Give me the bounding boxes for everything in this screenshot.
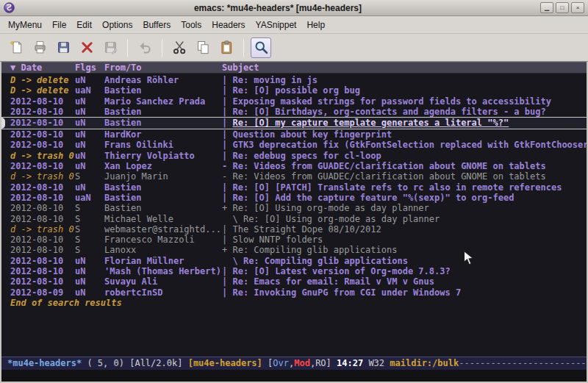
message-row[interactable]: 2012-08-10uNXan Lopez- Re: Videos from G… — [1, 161, 587, 171]
menu-tools[interactable]: Tools — [176, 18, 207, 32]
row-subject: \ Re: [O] Using org-mode as day planner — [222, 214, 587, 224]
row-date: d -> trash 0 — [10, 171, 75, 182]
modeline-segment: ] — [326, 358, 337, 368]
subject-text: Re: [O] Add the capture feature "%(sexp)… — [232, 193, 514, 203]
row-flags: uN — [75, 287, 104, 298]
close-buffer-icon[interactable] — [76, 37, 97, 58]
row-from: Bastien — [104, 203, 222, 213]
message-row[interactable]: d -> trash 0SJuanjo Marin- Re: Videos fr… — [1, 171, 587, 182]
copy-icon[interactable] — [193, 37, 213, 58]
menu-help[interactable]: Help — [301, 18, 330, 32]
message-row[interactable]: 2012-08-10uNBastien| Re: [O] Birthdays, … — [1, 107, 587, 117]
thread-indicator: | — [222, 224, 227, 235]
message-row[interactable]: 2012-08-10SMichael Welle \ Re: [O] Using… — [1, 214, 587, 224]
row-date: 2012-08-10 — [10, 266, 75, 276]
row-date: d -> trash 0 — [10, 151, 75, 161]
row-date: D -> delete — [10, 75, 75, 85]
message-row[interactable]: 2012-08-10uaNBastien| Re: [O] Add the ca… — [1, 193, 587, 203]
message-row[interactable]: 2012-08-09uNrobertcInSD| Re: Invoking Gn… — [1, 287, 587, 298]
column-date[interactable]: ▼ Date — [10, 62, 75, 74]
column-from[interactable]: From/To — [104, 62, 222, 74]
column-subject[interactable]: Subject — [222, 62, 587, 74]
message-row[interactable]: 2012-08-10uNMario Sanchez Prada| Exposin… — [1, 96, 587, 107]
print-icon[interactable] — [29, 37, 50, 58]
message-row[interactable]: D -> deleteuNAndreas Röhler| Re: moving … — [1, 75, 587, 85]
menu-buffers[interactable]: Buffers — [137, 18, 176, 32]
subject-text: Re: Videos from GUADEC/clarification abo… — [232, 171, 545, 182]
row-from: robertcInSD — [104, 287, 222, 298]
row-flags: S — [75, 214, 104, 224]
menu-file[interactable]: File — [47, 18, 71, 32]
emacs-frame: ▼ Date Flgs From/To Subject D -> deleteu… — [0, 62, 588, 383]
message-row[interactable]: 2012-08-10SLanoxx+ Re: Compiling glib ap… — [1, 245, 587, 255]
thread-indicator: | — [222, 276, 227, 287]
emacs-app-icon — [4, 2, 15, 13]
minibuffer-echo-area[interactable] — [1, 370, 587, 382]
message-row[interactable]: 2012-08-10uNHardKor| Question about key … — [1, 129, 587, 140]
subject-text: The Straight Dope 08/10/2012 — [232, 224, 381, 235]
menu-yasnippet[interactable]: YASnippet — [251, 18, 302, 32]
thread-indicator: + — [222, 245, 227, 255]
message-row[interactable]: 2012-08-10uNBastien| Re: [O] my capture … — [1, 117, 587, 129]
mode-line[interactable]: *mu4e-headers* ( 5, 0) [All/2.0k] [mu4e-… — [1, 357, 587, 370]
new-file-icon[interactable] — [6, 37, 26, 58]
message-row[interactable]: 2012-08-10uNBastien| Re: [O] [PATCH] Tra… — [1, 182, 587, 193]
save-icon[interactable] — [53, 37, 74, 58]
thread-indicator: + — [222, 203, 227, 213]
subject-text: Re: Compiling glib applications — [232, 245, 397, 255]
subject-text: Re: [O] my capture template generates a … — [232, 118, 509, 128]
message-row[interactable]: d -> trash 0Swebmaster@straightd...| The… — [1, 224, 587, 235]
paste-icon[interactable] — [216, 37, 237, 58]
row-date: 2012-08-10 — [10, 193, 75, 203]
thread-indicator: | — [222, 75, 227, 85]
menu-mymenu[interactable]: MyMenu — [3, 18, 47, 32]
toolbar — [0, 34, 588, 62]
menu-bar: MyMenuFileEditOptionsBuffersToolsHeaders… — [0, 16, 588, 34]
thread-indicator: \ — [222, 256, 238, 266]
message-row[interactable]: D -> deleteuaNBastien| Re: [O] possible … — [1, 85, 587, 96]
subject-text: Slow NNTP folders — [232, 235, 323, 245]
search-icon[interactable] — [251, 37, 271, 58]
row-subject: | The Straight Dope 08/10/2012 — [222, 224, 587, 235]
toolbar-separator — [162, 39, 162, 57]
close-button[interactable]: × — [571, 2, 584, 13]
end-of-search-results: End of search results — [1, 298, 587, 308]
menu-edit[interactable]: Edit — [71, 18, 97, 32]
menu-headers[interactable]: Headers — [207, 18, 250, 32]
menu-options[interactable]: Options — [97, 18, 137, 32]
row-flags: uN — [75, 118, 104, 129]
message-row[interactable]: 2012-08-10uNFlorian Müllner \ Re: Compil… — [1, 256, 587, 266]
message-row[interactable]: 2012-08-10SFrancesco Mazzoli| Slow NNTP … — [1, 235, 587, 245]
undo-icon — [135, 37, 155, 58]
toolbar-separator — [243, 39, 244, 57]
subject-text: GTK3 deprecation fix (GtkFontSelection r… — [232, 140, 587, 150]
message-row[interactable]: 2012-08-10SBastien+ Re: [O] Using org-mo… — [1, 203, 587, 213]
message-row[interactable]: d -> trash 0uNThierry Volpiatto| Re: ede… — [1, 151, 587, 161]
row-subject: | Exposing masked strings for password f… — [222, 96, 587, 107]
row-flags: uN — [75, 276, 104, 287]
column-flags[interactable]: Flgs — [75, 62, 104, 74]
modeline-segment: Mod — [294, 358, 310, 368]
message-row[interactable]: 2012-08-10uNFrans Oilinki| GTK3 deprecat… — [1, 140, 587, 150]
row-flags: S — [75, 235, 104, 245]
modeline-segment: [mu4e-headers] — [188, 358, 262, 368]
maximize-button[interactable]: □ — [556, 2, 569, 13]
thread-indicator: - — [222, 161, 227, 171]
modeline-segment: ----------------------------------------… — [459, 358, 587, 368]
row-subject: - Re: Videos from GUADEC/clarification a… — [222, 161, 587, 171]
minimize-button[interactable]: ▁ — [540, 2, 553, 13]
cut-icon[interactable] — [169, 37, 190, 58]
thread-indicator: | — [222, 118, 227, 128]
subject-text: Re: [O] Birthdays, org-contacts and agen… — [232, 107, 545, 117]
subject-text: Exposing masked strings for password fie… — [232, 96, 551, 107]
row-from: Frans Oilinki — [104, 140, 222, 150]
row-flags: uN — [75, 266, 104, 276]
row-flags: uN — [75, 107, 104, 117]
row-flags: S — [75, 171, 104, 182]
message-row[interactable]: 2012-08-10uN'Mash (Thomas Herbert)| Re: … — [1, 266, 587, 276]
row-date: 2012-08-10 — [10, 96, 75, 107]
row-subject: | Re: moving in js — [222, 75, 587, 85]
message-row[interactable]: 2012-08-10uNSuvayu Ali| Re: Emacs for em… — [1, 276, 587, 287]
row-from: Bastien — [104, 107, 222, 117]
modeline-segment: maildir:/bulk — [390, 358, 459, 368]
